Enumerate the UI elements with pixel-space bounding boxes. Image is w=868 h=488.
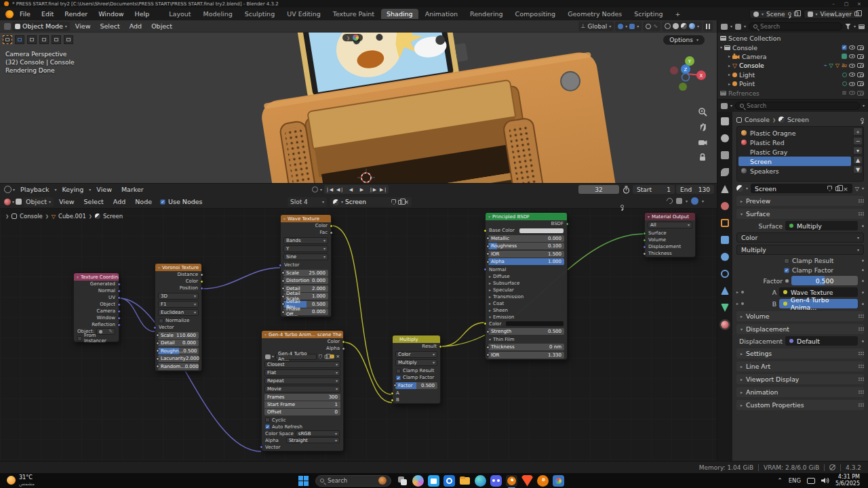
render-visibility-icon[interactable] (857, 91, 864, 96)
render-visibility-icon[interactable] (857, 63, 864, 68)
outliner-row-console-object[interactable]: ▸ ▽ Console ⌁ ▽ ▽ a₂ (720, 61, 867, 70)
render-visibility-icon[interactable] (857, 45, 864, 50)
outliner-search-input[interactable]: Search (749, 22, 842, 30)
tab-object-data[interactable] (721, 304, 729, 312)
add-workspace-button[interactable]: + (670, 9, 686, 19)
image-texture-node[interactable]: ▾Gen-4 Turbo Anim... scene The hero ju C… (261, 330, 344, 451)
material-shading-icon[interactable] (681, 23, 687, 29)
snap-magnet-icon[interactable] (665, 197, 674, 205)
panel-grip-icon[interactable] (859, 314, 860, 316)
hidden-icons-chevron[interactable]: ⌃ (777, 477, 783, 484)
material-datablock-field[interactable]: ▾ Screen × (330, 197, 412, 207)
unlink-icon[interactable]: × (843, 185, 848, 192)
taskbar-search-input[interactable]: Search (315, 475, 391, 487)
tab-scripting[interactable]: Scripting (629, 9, 668, 19)
pan-hand-icon[interactable] (698, 122, 707, 131)
photos-icon[interactable] (553, 475, 564, 487)
pause-render-button[interactable] (703, 22, 713, 31)
new-collection-icon[interactable] (859, 24, 865, 29)
clock-widget[interactable]: 4:31 PM 5/6/2025 (835, 474, 860, 487)
panel-custom-properties[interactable]: ▸Custom Properties (736, 400, 864, 410)
timeline-menu-marker[interactable]: Marker (117, 185, 148, 194)
tab-shading[interactable]: Shading (381, 9, 418, 19)
tab-modifiers[interactable] (721, 236, 729, 244)
add-slot-button[interactable]: ＋ (853, 127, 863, 136)
copy-material-icon[interactable] (398, 200, 402, 205)
tool-cursor[interactable] (52, 35, 61, 44)
tab-rendering[interactable]: Rendering (465, 9, 509, 19)
jump-to-start-button[interactable]: ❘◀ (324, 185, 334, 194)
tab-material-active[interactable] (721, 321, 729, 329)
tab-geometry-nodes[interactable]: Geometry Nodes (562, 9, 627, 19)
render-visibility-icon[interactable] (857, 54, 864, 59)
proportional-edit-icon[interactable] (646, 24, 651, 29)
timeline-menu-playback[interactable]: Playback (16, 185, 53, 194)
file-explorer-icon[interactable] (459, 475, 471, 487)
hide-eye-icon[interactable] (849, 82, 855, 86)
multiply-node[interactable]: ▾Multiply Result Color▾ Multiply▾ Clamp … (392, 335, 441, 404)
close-button[interactable]: × (854, 1, 864, 7)
panel-grip-icon[interactable] (859, 378, 860, 379)
tab-scene[interactable] (721, 185, 729, 193)
b-node-button[interactable]: Gen-4 Turbo Anima... (779, 299, 858, 308)
auto-keying-toggle[interactable] (312, 186, 318, 192)
move-slot-up-button[interactable]: ▲ (853, 156, 863, 164)
shader-editor-type-icon[interactable] (4, 199, 11, 205)
panel-animation[interactable]: ▸Animation (736, 387, 864, 397)
transform-orientation-dropdown[interactable]: ⊥ Global▾ (578, 22, 614, 31)
blender-menu-icon[interactable] (5, 10, 14, 18)
shader-menu-add[interactable]: Add (109, 197, 130, 206)
displacement-node-button[interactable]: Default (785, 336, 858, 346)
chevron-down-icon[interactable]: ▾ (720, 45, 722, 49)
tab-object[interactable] (721, 219, 729, 227)
lock-view-icon[interactable] (698, 152, 707, 162)
factor-slider[interactable]: 0.500 (791, 276, 858, 285)
slot-plastic-gray[interactable]: Plastic Gray (738, 147, 851, 157)
next-keyframe-button[interactable]: ❘▶ (368, 185, 378, 194)
outliner-row-point[interactable]: ▸ Point (720, 79, 867, 88)
menu-window[interactable]: Window (94, 9, 128, 19)
outlook-icon[interactable] (443, 475, 455, 487)
tab-render[interactable] (721, 134, 729, 142)
weather-widget[interactable]: 31°C مشمس (0, 474, 298, 486)
outliner-row-light[interactable]: ▸ Light (720, 70, 867, 79)
edge-icon[interactable] (475, 475, 486, 487)
timeline-menu-view[interactable]: View (92, 185, 116, 194)
collection-checkbox[interactable] (842, 90, 847, 96)
slot-screen-selected[interactable]: Screen (738, 157, 851, 166)
end-frame-field[interactable]: End130 (676, 185, 714, 194)
menu-file[interactable]: File (15, 9, 35, 19)
shader-menu-select[interactable]: Select (80, 197, 108, 206)
blender-taskbar-icon-active[interactable] (506, 475, 517, 487)
panel-grip-icon[interactable] (859, 403, 860, 405)
slot-dropdown[interactable]: Slot 4▾ (288, 197, 327, 207)
touch-keyboard-icon[interactable] (807, 478, 815, 484)
language-indicator[interactable]: ENG (789, 477, 801, 484)
volume-icon[interactable] (821, 477, 829, 484)
input-b-row[interactable]: ▸ B Gen-4 Turbo Anima... (736, 299, 864, 308)
mix-datatype-dropdown[interactable]: Color▾ (736, 232, 864, 243)
tab-layout[interactable]: Layout (163, 9, 196, 19)
material-slot-list[interactable]: Plastic Oragne Plastic Red Plastic Gray … (736, 126, 864, 182)
panel-grip-icon[interactable] (859, 327, 860, 329)
shading-mode-group[interactable]: ▾ (662, 22, 702, 31)
shader-menu-view[interactable]: View (55, 197, 79, 206)
options-dropdown[interactable]: Options▾ (663, 35, 705, 45)
minimize-button[interactable]: – (829, 1, 838, 7)
start-frame-field[interactable]: Start1 (633, 185, 675, 194)
tab-tool[interactable] (721, 117, 729, 125)
panel-grip-icon[interactable] (859, 199, 860, 201)
a-node-button[interactable]: Wave Texture (779, 287, 858, 297)
fake-user-icon[interactable] (827, 186, 832, 191)
panel-grip-icon[interactable] (859, 365, 860, 366)
tool-select-lasso[interactable] (39, 35, 49, 44)
shader-menu-node[interactable]: Node (131, 197, 156, 206)
clamp-result-row[interactable]: Clamp Result (736, 257, 864, 264)
tab-sculpting[interactable]: Sculpting (239, 9, 280, 19)
copilot-icon[interactable] (412, 475, 424, 487)
tab-output[interactable] (721, 151, 729, 159)
menu-help[interactable]: Help (130, 9, 155, 19)
chevron-down-icon[interactable]: ▾ (863, 104, 865, 108)
timeline-editor-icon[interactable] (4, 186, 12, 193)
shader-editor[interactable]: ▾ Object▾ View Select Add Node ✓Use Node… (0, 195, 717, 461)
